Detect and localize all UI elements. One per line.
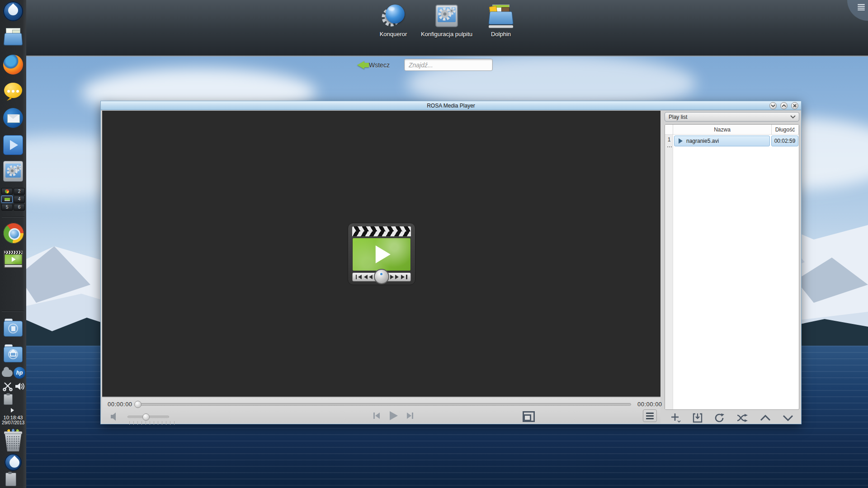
column-nazwa[interactable]: Nazwa bbox=[673, 125, 772, 134]
volume-slider[interactable] bbox=[127, 416, 169, 418]
hp-label: hp bbox=[16, 370, 23, 376]
save-playlist-button[interactable] bbox=[693, 413, 703, 423]
video-area[interactable] bbox=[102, 111, 660, 397]
row-play-icon bbox=[678, 138, 683, 144]
row-number: 1 bbox=[665, 136, 673, 143]
logo-knob bbox=[374, 269, 389, 284]
pager-desktop-4[interactable]: 4 bbox=[14, 196, 25, 202]
desktop-folder-panel: Konqueror Konfiguracja pulpitu bbox=[26, 0, 868, 56]
chrome-icon[interactable] bbox=[3, 223, 23, 243]
documents-folder-icon[interactable] bbox=[3, 318, 23, 338]
folder-view-toolbar: Wstecz bbox=[357, 59, 493, 71]
tray-expander-icon[interactable] bbox=[11, 408, 14, 413]
playlist-header: Nazwa Długość bbox=[665, 125, 799, 135]
total-time: 00:00:00 bbox=[637, 401, 662, 408]
dolphin-icon bbox=[489, 4, 513, 28]
reload-button[interactable] bbox=[714, 413, 725, 423]
klipper-tray-icon[interactable] bbox=[4, 394, 13, 405]
rosa-menu-icon[interactable] bbox=[3, 1, 23, 21]
desktop: Konqueror Konfiguracja pulpitu bbox=[0, 0, 868, 488]
rosa-media-player-icon[interactable] bbox=[3, 250, 24, 270]
volume-ticks bbox=[129, 421, 175, 425]
track-duration: 00:02:59 bbox=[774, 138, 796, 144]
shortcut-dolphin[interactable]: Dolphin bbox=[474, 4, 528, 38]
rosa-media-player-window: ROSA Media Player bbox=[100, 101, 802, 424]
dock-separator bbox=[2, 311, 24, 312]
back-label: Wstecz bbox=[369, 61, 390, 69]
seek-slider[interactable] bbox=[135, 403, 631, 406]
sync-tray-icon[interactable] bbox=[2, 370, 13, 377]
clipboard-icon[interactable] bbox=[5, 473, 16, 486]
elapsed-time: 00:00:00 bbox=[108, 401, 132, 408]
close-button[interactable] bbox=[791, 102, 798, 109]
playlist-list: Nazwa Długość 1 nagranie5.avi 00:02 bbox=[665, 124, 799, 410]
file-manager-icon[interactable] bbox=[3, 27, 23, 47]
shortcut-konqueror[interactable]: Konqueror bbox=[366, 4, 420, 38]
volume-handle[interactable] bbox=[142, 413, 150, 421]
seek-handle[interactable] bbox=[134, 401, 142, 408]
logo-controls-strip bbox=[352, 272, 411, 282]
konqueror-icon bbox=[381, 4, 406, 28]
system-settings-icon bbox=[434, 4, 459, 28]
rosa-sync-icon[interactable] bbox=[5, 454, 24, 474]
move-down-button[interactable] bbox=[783, 415, 793, 421]
firefox-icon[interactable] bbox=[3, 55, 23, 75]
playlist-row[interactable]: nagranie5.avi 00:02:59 bbox=[674, 136, 799, 146]
rosa-player-logo bbox=[348, 223, 415, 285]
window-title: ROSA Media Player bbox=[427, 103, 475, 109]
hp-tray-icon[interactable]: hp bbox=[14, 367, 25, 379]
mute-button[interactable] bbox=[110, 412, 120, 423]
scissors-tray-icon[interactable] bbox=[3, 381, 13, 393]
row-handle-dots bbox=[667, 146, 668, 147]
track-name: nagranie5.avi bbox=[686, 138, 719, 144]
back-button[interactable]: Wstecz bbox=[357, 61, 390, 69]
chevron-down-icon bbox=[790, 115, 796, 119]
playlist-panel: Play list Nazwa Długość 1 bbox=[663, 111, 801, 423]
play-button[interactable] bbox=[388, 410, 399, 421]
header-gutter bbox=[665, 125, 673, 134]
play-icon bbox=[372, 244, 392, 264]
dock-separator bbox=[2, 216, 24, 217]
player-control-bar: 00:00:00 00:00:00 bbox=[102, 397, 660, 423]
media-player-blue-icon[interactable] bbox=[3, 135, 23, 155]
player-menu-button[interactable] bbox=[643, 409, 657, 422]
logo-screen bbox=[352, 238, 411, 271]
pager-desktop-3[interactable] bbox=[1, 196, 13, 202]
clock-date: 29/07/2013 bbox=[0, 420, 26, 425]
desktop-pager: 2 4 5 6 bbox=[1, 188, 25, 211]
pager-desktop-6[interactable]: 6 bbox=[14, 204, 25, 211]
pager-desktop-5[interactable]: 5 bbox=[1, 204, 13, 211]
pager-desktop-1[interactable] bbox=[1, 188, 13, 195]
next-button[interactable] bbox=[406, 412, 414, 420]
pager-desktop-2[interactable]: 2 bbox=[14, 188, 25, 195]
move-up-button[interactable] bbox=[760, 415, 771, 421]
playlist-selector-label: Play list bbox=[669, 114, 790, 120]
column-dlugosc[interactable]: Długość bbox=[772, 125, 799, 134]
window-titlebar[interactable]: ROSA Media Player bbox=[101, 101, 801, 110]
dock-clock[interactable]: 10:18:43 29/07/2013 bbox=[0, 415, 26, 425]
messenger-icon[interactable] bbox=[3, 82, 23, 102]
row-number-gutter: 1 bbox=[665, 135, 673, 409]
volume-tray-icon[interactable] bbox=[14, 381, 25, 393]
dock-panel: 2 4 5 6 hp bbox=[0, 0, 26, 488]
shortcut-label: Konqueror bbox=[366, 31, 420, 38]
playlist-toolbar bbox=[665, 412, 799, 423]
shuffle-button[interactable] bbox=[737, 413, 749, 422]
clapperboard-stripes bbox=[352, 226, 411, 231]
back-arrow-icon bbox=[357, 61, 364, 69]
previous-button[interactable] bbox=[373, 412, 381, 420]
add-button[interactable] bbox=[670, 413, 681, 423]
system-settings-icon[interactable] bbox=[3, 161, 23, 181]
resize-toggle-icon[interactable] bbox=[523, 411, 535, 422]
trash-icon[interactable] bbox=[4, 430, 22, 451]
shortcut-label: Konfiguracja pulpitu bbox=[420, 31, 474, 38]
search-input[interactable] bbox=[404, 59, 493, 71]
shortcut-label: Dolphin bbox=[474, 31, 528, 38]
maximize-button[interactable] bbox=[780, 102, 788, 109]
clock-time: 10:18:43 bbox=[0, 415, 26, 420]
minimize-button[interactable] bbox=[769, 102, 777, 109]
playlist-selector[interactable]: Play list bbox=[665, 112, 799, 122]
shortcut-konfiguracja-pulpitu[interactable]: Konfiguracja pulpitu bbox=[420, 4, 474, 38]
thunderbird-icon[interactable] bbox=[3, 108, 23, 128]
home-folder-icon[interactable] bbox=[3, 343, 23, 363]
